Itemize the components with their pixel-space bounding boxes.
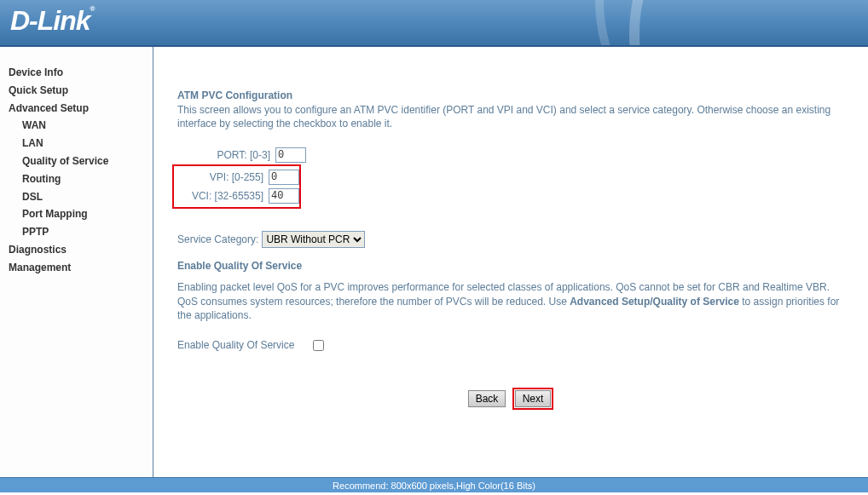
qos-description: Enabling packet level QoS for a PVC impr… (177, 280, 844, 322)
highlight-vpi-vci: VPI: [0-255] VCI: [32-65535] (172, 164, 301, 209)
next-button[interactable]: Next (515, 390, 552, 407)
vci-input[interactable] (269, 188, 299, 204)
enable-qos-label: Enable Quality Of Service (177, 339, 294, 351)
button-row: Back Next (177, 388, 844, 410)
qos-section-title: Enable Quality Of Service (177, 260, 844, 272)
service-category-row: Service Category: UBR Without PCR (177, 231, 844, 248)
sidebar-item-quick-setup[interactable]: Quick Setup (9, 82, 153, 100)
sidebar-item-wan[interactable]: WAN (9, 117, 153, 135)
sidebar-nav: Device InfoQuick SetupAdvanced SetupWANL… (0, 47, 153, 477)
sidebar-item-routing[interactable]: Routing (9, 170, 153, 188)
port-input[interactable] (275, 147, 306, 163)
sidebar-item-dsl[interactable]: DSL (9, 188, 153, 206)
sidebar-item-device-info[interactable]: Device Info (9, 64, 153, 82)
banner-arc-2 (595, 0, 868, 47)
sidebar-item-port-mapping[interactable]: Port Mapping (9, 205, 153, 223)
sidebar-item-diagnostics[interactable]: Diagnostics (9, 241, 153, 259)
vci-label: VCI: [32-65535] (174, 190, 269, 202)
sidebar-item-lan[interactable]: LAN (9, 135, 153, 153)
enable-qos-row: Enable Quality Of Service (177, 337, 844, 354)
highlight-next: Next (512, 388, 554, 410)
sidebar-item-advanced-setup[interactable]: Advanced Setup (9, 100, 153, 118)
main-area: Device InfoQuick SetupAdvanced SetupWANL… (0, 47, 868, 477)
page-title: ATM PVC Configuration (177, 89, 844, 101)
service-category-label: Service Category: (177, 233, 258, 245)
service-category-select[interactable]: UBR Without PCR (262, 231, 365, 248)
enable-qos-checkbox[interactable] (313, 340, 324, 351)
content-pane: ATM PVC Configuration This screen allows… (153, 47, 868, 477)
sidebar-item-quality-of-service[interactable]: Quality of Service (9, 153, 153, 170)
vpi-row: VPI: [0-255] (174, 168, 299, 187)
pvc-form: PORT: [0-3] VPI: [0-255] VCI: [32-65535] (177, 146, 844, 209)
port-row: PORT: [0-3] (177, 146, 844, 164)
header-banner: D-Link® (0, 0, 868, 47)
port-label: PORT: [0-3] (177, 149, 275, 161)
footer-bar: Recommend: 800x600 pixels,High Color(16 … (0, 477, 868, 492)
page-description: This screen allows you to configure an A… (177, 103, 844, 130)
sidebar-item-management[interactable]: Management (9, 259, 153, 277)
vci-row: VCI: [32-65535] (174, 187, 299, 205)
sidebar-item-pptp[interactable]: PPTP (9, 223, 153, 241)
qos-desc-strong: Advanced Setup/Quality of Service (570, 296, 739, 308)
back-button[interactable]: Back (468, 390, 506, 407)
vpi-label: VPI: [0-255] (174, 171, 269, 183)
brand-logo: D-Link® (10, 5, 94, 37)
vpi-input[interactable] (269, 170, 299, 185)
